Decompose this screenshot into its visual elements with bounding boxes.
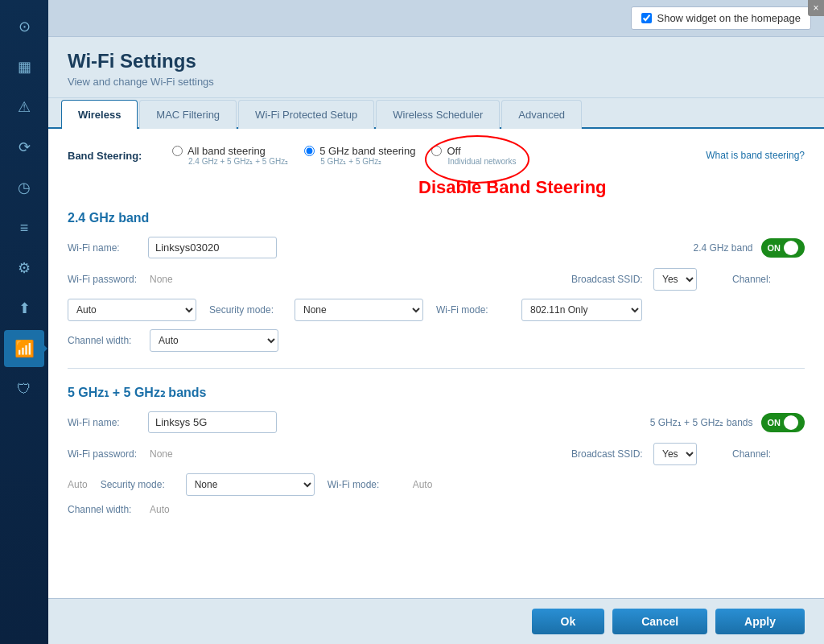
radio-all-band-label: All band steering — [187, 145, 266, 157]
band-5-toggle-knob — [784, 415, 798, 430]
band-5-title: 5 GHz₁ + 5 GHz₂ bands — [68, 385, 805, 400]
band-24-wifi-mode-label: Wi-Fi mode: — [436, 304, 509, 316]
panel: Band Steering: All band steering 2.4 GHz… — [48, 129, 824, 598]
section-divider — [68, 368, 805, 369]
band-24-password-label: Wi-Fi password: — [68, 274, 140, 285]
band-24-security-label: Security mode: — [209, 304, 282, 316]
band-5-broadcast-label: Broadcast SSID: — [571, 448, 644, 460]
widget-checkbox-area: Show widget on the homepage — [631, 6, 811, 30]
sidebar-item-alert[interactable]: ⚠ — [4, 89, 44, 126]
band-24-channel-width-label: Channel width: — [68, 335, 140, 346]
tab-wireless-scheduler[interactable]: Wireless Scheduler — [376, 100, 500, 129]
band-5-section: 5 GHz₁ + 5 GHz₂ bands Wi-Fi name: 5 GHz₁… — [68, 385, 805, 515]
band-24-toggle-knob — [784, 241, 798, 255]
sidebar: ⊙ ▦ ⚠ ⟳ ◷ ≡ ⚙ ⬆ 📶 🛡 — [0, 0, 48, 644]
band-24-channel-width-select[interactable]: Auto 20 MHz 40 MHz — [150, 329, 278, 352]
alert-icon: ⚠ — [18, 98, 31, 116]
band-5-security-select[interactable]: None WPA2 — [186, 473, 315, 496]
radio-off-band-sub: Individual networks — [447, 157, 516, 166]
band-24-title: 2.4 GHz band — [68, 211, 805, 225]
update-icon: ⬆ — [19, 299, 31, 317]
band-steering-link[interactable]: What is band steering? — [706, 150, 805, 161]
band-5-band-label: 5 GHz₁ + 5 GHz₂ bands — [650, 417, 753, 428]
radio-off-band: Off Individual networks — [431, 145, 516, 166]
close-button[interactable]: × — [808, 0, 824, 16]
footer: Ok Cancel Apply — [48, 598, 824, 644]
sync-icon: ⟳ — [19, 138, 31, 156]
radio-off-band-input[interactable] — [431, 146, 442, 156]
page-subtitle: View and change Wi-Fi settings — [68, 76, 805, 88]
cancel-button[interactable]: Cancel — [612, 609, 707, 634]
radio-5ghz-band: 5 GHz band steering 5 GHz₁ + 5 GHz₂ — [304, 145, 415, 166]
band-5-channel-label: Channel: — [732, 448, 805, 460]
main-container: × Show widget on the homepage Wi-Fi Sett… — [48, 0, 824, 644]
sidebar-item-list[interactable]: ≡ — [4, 209, 44, 246]
band-24-broadcast-label: Broadcast SSID: — [571, 274, 644, 285]
band-24-band-label: 2.4 GHz band — [693, 242, 752, 254]
sidebar-item-shield[interactable]: 🛡 — [4, 370, 44, 407]
content-area: Wireless MAC Filtering Wi-Fi Protected S… — [48, 98, 824, 644]
radio-off-band-label: Off — [447, 145, 460, 157]
band-24-channel-width-row: Channel width: Auto 20 MHz 40 MHz — [68, 329, 805, 352]
band-24-broadcast-select[interactable]: Yes No — [653, 268, 697, 291]
band-5-wifi-name-input[interactable] — [148, 411, 277, 433]
apply-button[interactable]: Apply — [715, 609, 805, 634]
band-24-name-toggle-row: Wi-Fi name: 2.4 GHz band ON — [68, 237, 805, 258]
band-24-channel-row: Auto 1 6 11 Security mode: None WPA2 Wi-… — [68, 299, 805, 321]
band-5-wifi-name-label: Wi-Fi name: — [68, 417, 140, 428]
radio-all-band-input[interactable] — [172, 146, 183, 156]
wifi-icon: 📶 — [14, 339, 35, 358]
sidebar-item-clock[interactable]: ◷ — [4, 169, 44, 206]
page-title: Wi-Fi Settings — [68, 50, 805, 72]
sidebar-item-settings[interactable]: ⚙ — [4, 250, 44, 287]
radio-5ghz-band-sub: 5 GHz₁ + 5 GHz₂ — [320, 157, 381, 166]
band-5-broadcast-select[interactable]: Yes No — [653, 443, 697, 465]
band-24-password-row: Wi-Fi password: None Broadcast SSID: Yes… — [68, 268, 805, 291]
band-5-channel-select-label: Auto — [68, 479, 88, 490]
widget-label: Show widget on the homepage — [657, 12, 801, 24]
band-24-channel-label: Channel: — [732, 274, 805, 285]
band-24-toggle[interactable]: ON — [761, 238, 805, 258]
radio-all-band-sub: 2.4 GHz + 5 GHz₁ + 5 GHz₂ — [188, 157, 288, 166]
tab-wireless[interactable]: Wireless — [61, 100, 138, 129]
sidebar-item-update[interactable]: ⬆ — [4, 290, 44, 327]
tab-mac-filtering[interactable]: MAC Filtering — [139, 100, 237, 129]
devices-icon: ▦ — [18, 58, 31, 76]
band-5-channel-row: Auto Security mode: None WPA2 Wi-Fi mode… — [68, 473, 805, 496]
band-24-password-value: None — [150, 274, 173, 285]
radio-5ghz-band-input[interactable] — [304, 146, 315, 156]
band-5-password-label: Wi-Fi password: — [68, 448, 140, 460]
radio-all-band: All band steering 2.4 GHz + 5 GHz₁ + 5 G… — [172, 145, 288, 166]
disable-annotation: Disable Band Steering — [418, 177, 607, 198]
band-24-wifi-name-input[interactable] — [148, 237, 277, 258]
sidebar-item-wifi[interactable]: 📶 — [4, 330, 44, 367]
page-header: Wi-Fi Settings View and change Wi-Fi set… — [48, 37, 824, 98]
band-5-channel-width-value: Auto — [150, 504, 170, 515]
band-steering-row: Band Steering: All band steering 2.4 GHz… — [68, 145, 805, 179]
ok-button[interactable]: Ok — [532, 609, 605, 634]
clock-icon: ◷ — [18, 179, 31, 196]
list-icon: ≡ — [20, 220, 29, 237]
band-5-name-toggle-row: Wi-Fi name: 5 GHz₁ + 5 GHz₂ bands ON — [68, 411, 805, 433]
tabs: Wireless MAC Filtering Wi-Fi Protected S… — [48, 98, 824, 129]
sidebar-item-router[interactable]: ⊙ — [4, 8, 44, 45]
tab-wifi-protected[interactable]: Wi-Fi Protected Setup — [238, 100, 374, 129]
band-24-channel-select[interactable]: Auto 1 6 11 — [68, 299, 196, 321]
band-steering-label: Band Steering: — [68, 150, 156, 162]
tab-advanced[interactable]: Advanced — [501, 100, 582, 129]
band-5-password-row: Wi-Fi password: None Broadcast SSID: Yes… — [68, 443, 805, 465]
band-5-channel-width-label: Channel width: — [68, 504, 140, 515]
sidebar-item-devices[interactable]: ▦ — [4, 48, 44, 85]
band-5-toggle[interactable]: ON — [761, 413, 805, 432]
band-5-channel-width-row: Channel width: Auto — [68, 504, 805, 515]
widget-checkbox[interactable] — [641, 13, 652, 23]
settings-icon: ⚙ — [18, 259, 31, 277]
shield-icon: 🛡 — [17, 381, 31, 398]
band-24-security-select[interactable]: None WPA2 — [295, 299, 423, 321]
band-5-security-label: Security mode: — [101, 479, 173, 490]
radio-5ghz-band-label: 5 GHz band steering — [319, 145, 415, 157]
band-24-wifi-mode-select[interactable]: 802.11n Only Auto — [521, 299, 642, 321]
band-5-wifi-mode-value: Auto — [413, 479, 433, 490]
band-5-wifi-mode-label: Wi-Fi mode: — [328, 479, 400, 490]
sidebar-item-sync[interactable]: ⟳ — [4, 129, 44, 166]
